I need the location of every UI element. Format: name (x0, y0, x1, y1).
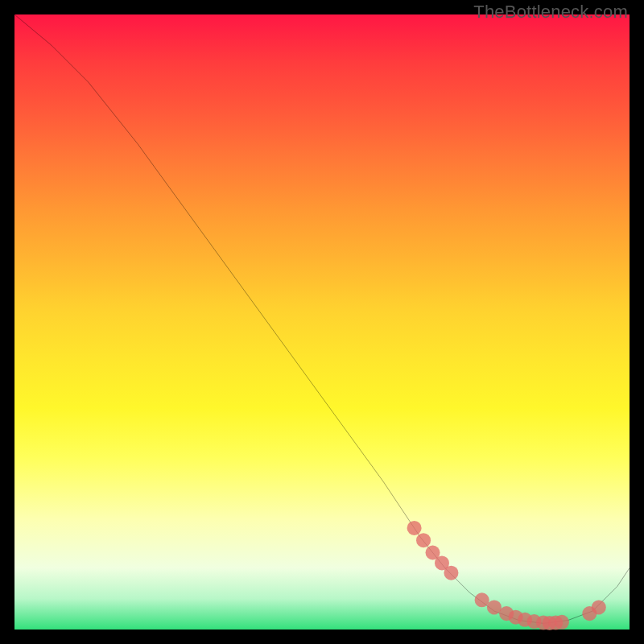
chart-frame: TheBottleneck.com (0, 0, 644, 644)
bottleneck-curve (14, 14, 630, 623)
highlight-point (555, 615, 569, 630)
watermark-text: TheBottleneck.com (473, 2, 628, 23)
highlight-point (444, 566, 458, 580)
highlight-point (592, 600, 606, 614)
highlight-point (487, 600, 502, 614)
highlight-point (475, 592, 489, 607)
highlight-point (407, 521, 422, 535)
highlight-point-group (407, 521, 606, 630)
chart-overlay (14, 14, 630, 630)
highlight-point (416, 533, 431, 547)
